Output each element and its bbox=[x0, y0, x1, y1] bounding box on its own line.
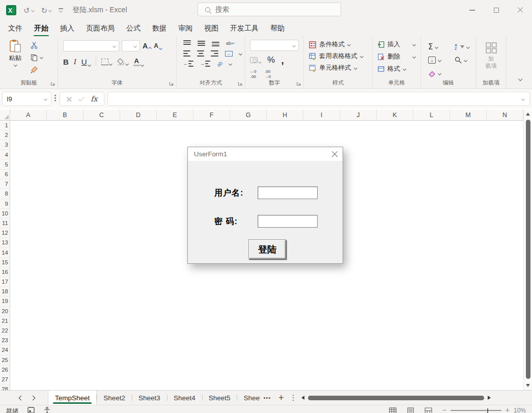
zoom-percentage[interactable]: 10% bbox=[514, 407, 526, 413]
menu-tab[interactable]: 帮助 bbox=[269, 21, 286, 36]
menu-tab[interactable]: 视图 bbox=[203, 21, 219, 36]
row-header[interactable]: 5 bbox=[0, 160, 10, 170]
page-break-view-button[interactable] bbox=[425, 407, 432, 413]
column-header[interactable]: N bbox=[487, 109, 523, 120]
orientation-dropdown-icon[interactable] bbox=[229, 62, 232, 65]
row-header[interactable]: 27 bbox=[0, 375, 10, 384]
sheet-tab[interactable]: Sheet4 bbox=[167, 391, 202, 405]
menu-tab[interactable]: 插入 bbox=[59, 21, 75, 36]
bottom-align-button[interactable] bbox=[212, 40, 219, 46]
menu-tab[interactable]: 开始 bbox=[33, 21, 49, 36]
number-dialog-launcher[interactable] bbox=[296, 81, 301, 86]
scroll-down-icon[interactable] bbox=[526, 384, 530, 387]
login-button[interactable]: 登陆 bbox=[248, 239, 286, 259]
row-header[interactable]: 21 bbox=[0, 316, 10, 326]
fill-color-button[interactable] bbox=[117, 58, 128, 65]
redo-dropdown-icon[interactable] bbox=[48, 8, 52, 12]
sort-filter-button[interactable]: AZ bbox=[455, 43, 477, 50]
find-select-button[interactable] bbox=[455, 57, 477, 64]
scroll-right-icon[interactable] bbox=[488, 396, 491, 400]
align-center-button[interactable] bbox=[197, 50, 204, 57]
menu-tab[interactable]: 数据 bbox=[151, 21, 167, 36]
insert-function-button[interactable]: fx bbox=[91, 95, 97, 103]
normal-view-button[interactable] bbox=[389, 407, 397, 413]
column-header[interactable]: J bbox=[340, 109, 377, 120]
merge-dropdown-icon[interactable] bbox=[239, 51, 242, 55]
clipboard-dialog-launcher[interactable] bbox=[50, 81, 55, 86]
select-all-corner[interactable] bbox=[0, 109, 10, 121]
redo-button[interactable]: ↻ bbox=[41, 7, 52, 14]
row-header[interactable]: 13 bbox=[0, 238, 10, 247]
font-color-button[interactable]: A bbox=[133, 58, 144, 66]
insert-cells-button[interactable]: 插入 bbox=[378, 40, 415, 49]
userform-close-icon[interactable] bbox=[331, 151, 338, 157]
collapse-ribbon-button[interactable] bbox=[519, 73, 522, 82]
password-field[interactable] bbox=[258, 215, 318, 228]
conditional-formatting-button[interactable]: 条件格式 bbox=[309, 40, 372, 49]
column-header[interactable]: F bbox=[193, 109, 230, 120]
top-align-button[interactable] bbox=[183, 40, 191, 46]
row-header[interactable]: 3 bbox=[0, 140, 10, 150]
bold-button[interactable]: B bbox=[63, 58, 69, 66]
row-header[interactable]: 16 bbox=[0, 267, 10, 277]
row-header[interactable]: 8 bbox=[0, 189, 10, 199]
column-header[interactable]: I bbox=[303, 109, 340, 120]
increase-font-size-button[interactable]: A bbox=[143, 42, 151, 50]
new-sheet-button[interactable]: + bbox=[278, 393, 284, 402]
copy-dropdown-icon[interactable] bbox=[40, 56, 43, 59]
merge-center-button[interactable]: ↔ bbox=[225, 51, 233, 57]
decrease-decimal-button[interactable]: .00 →0 bbox=[264, 69, 270, 79]
borders-button[interactable] bbox=[101, 59, 112, 65]
sheet-tab[interactable]: TempSheet bbox=[48, 391, 97, 405]
sheet-tab[interactable]: Sheet bbox=[237, 391, 260, 405]
menu-tab[interactable]: 公式 bbox=[125, 21, 142, 36]
cell-styles-button[interactable]: 单元格样式 bbox=[309, 64, 372, 72]
number-format-combo[interactable] bbox=[250, 40, 299, 51]
row-header[interactable]: 7 bbox=[0, 179, 10, 189]
sheet-options-kebab-icon[interactable] bbox=[293, 395, 294, 401]
row-header[interactable]: 17 bbox=[0, 277, 10, 287]
name-box[interactable]: I9 bbox=[2, 92, 51, 106]
zoom-slider[interactable] bbox=[451, 410, 501, 410]
username-field[interactable] bbox=[258, 186, 318, 199]
row-header[interactable]: 26 bbox=[0, 365, 10, 375]
row-header[interactable]: 24 bbox=[0, 345, 10, 355]
row-header[interactable]: 2 bbox=[0, 130, 10, 140]
maximize-button[interactable] bbox=[484, 0, 508, 20]
format-as-table-button[interactable]: 套用表格格式 bbox=[309, 52, 372, 61]
menu-tab[interactable]: 页面布局 bbox=[85, 21, 116, 36]
borders-dropdown-icon[interactable] bbox=[109, 62, 113, 65]
fill-button[interactable]: ↓ bbox=[428, 57, 455, 64]
close-button[interactable] bbox=[508, 0, 532, 20]
accounting-format-button[interactable] bbox=[250, 57, 261, 63]
horizontal-scroll-thumb[interactable] bbox=[308, 396, 484, 400]
row-header[interactable]: 11 bbox=[0, 218, 10, 228]
column-header[interactable]: A bbox=[10, 109, 47, 120]
name-box-dropdown-icon[interactable] bbox=[44, 97, 47, 100]
font-name-combo[interactable] bbox=[63, 40, 119, 51]
minimize-button[interactable] bbox=[460, 0, 484, 20]
more-sheets-button[interactable]: ••• bbox=[263, 395, 271, 401]
copy-button[interactable] bbox=[31, 53, 43, 62]
sheet-tab[interactable]: Sheet3 bbox=[132, 391, 167, 405]
decrease-font-size-button[interactable]: A bbox=[154, 42, 162, 49]
row-header[interactable]: 19 bbox=[0, 296, 10, 306]
search-box[interactable]: 搜索 bbox=[198, 3, 341, 16]
column-header[interactable]: K bbox=[377, 109, 413, 120]
row-header[interactable]: 12 bbox=[0, 228, 10, 238]
sheet-nav-left-icon[interactable] bbox=[19, 395, 24, 400]
italic-button[interactable]: I bbox=[74, 58, 76, 66]
row-header[interactable]: 1 bbox=[0, 121, 10, 130]
wrap-text-button[interactable]: ab↵ bbox=[226, 41, 235, 46]
row-header[interactable]: 18 bbox=[0, 287, 10, 296]
clear-button[interactable] bbox=[428, 70, 455, 77]
autosum-button[interactable]: Σ bbox=[428, 42, 455, 51]
scroll-up-icon[interactable] bbox=[526, 113, 530, 116]
percent-style-button[interactable]: % bbox=[267, 55, 275, 65]
row-header[interactable]: 25 bbox=[0, 355, 10, 365]
row-header[interactable]: 15 bbox=[0, 258, 10, 267]
increase-indent-button[interactable]: → bbox=[200, 61, 210, 67]
formula-bar-splitter[interactable] bbox=[54, 95, 56, 101]
increase-decimal-button[interactable]: ←0 .00 bbox=[250, 69, 256, 79]
row-header[interactable]: 9 bbox=[0, 199, 10, 209]
